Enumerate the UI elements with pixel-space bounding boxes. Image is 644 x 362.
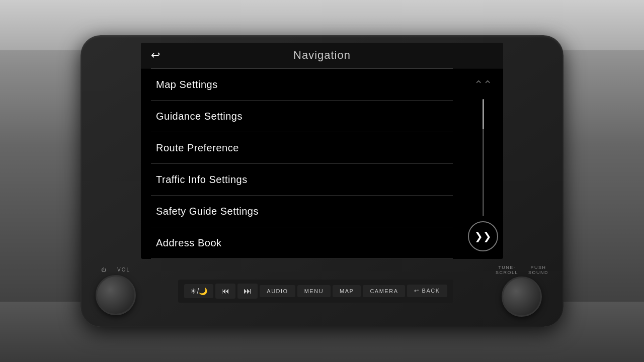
right-controls: TUNE·SCROLL PUSHSOUND <box>496 265 548 317</box>
screen-title: Navigation <box>293 49 351 62</box>
left-controls: ⏻ VOL <box>96 267 136 315</box>
prev-track-button[interactable]: ⏮ <box>215 284 235 299</box>
menu-item-guidance-settings[interactable]: Guidance Settings <box>151 101 453 132</box>
screen: ↩ Navigation Map Settings Guidance Setti… <box>141 43 503 259</box>
head-unit: ↩ Navigation Map Settings Guidance Setti… <box>80 35 564 327</box>
scroll-up-icon[interactable]: ⌃⌃ <box>471 76 495 94</box>
car-interior: ↩ Navigation Map Settings Guidance Setti… <box>0 0 644 362</box>
camera-button[interactable]: CAMERA <box>363 285 405 297</box>
scroll-down-icon: ❯❯ <box>474 231 492 241</box>
day-night-button[interactable]: ☀︎/🌙 <box>184 284 213 298</box>
tune-scroll-label: TUNE·SCROLL <box>496 265 518 275</box>
menu-item-route-preference[interactable]: Route Preference <box>151 132 453 164</box>
menu-item-safety-guide[interactable]: Safety Guide Settings <box>151 196 453 227</box>
scroll-track <box>482 99 484 216</box>
back-hw-button[interactable]: ↩ BACK <box>407 285 447 297</box>
power-vol-labels: ⏻ VOL <box>101 267 130 273</box>
bottom-controls: ⏻ VOL ☀︎/🌙 ⏮ ⏭ AUDIO MENU MAP <box>91 265 553 317</box>
map-button[interactable]: MAP <box>333 285 361 297</box>
tune-scroll-knob[interactable] <box>502 277 542 317</box>
push-sound-label: PUSHSOUND <box>528 265 548 275</box>
power-label: ⏻ <box>101 267 107 273</box>
menu-item-address-book[interactable]: Address Book <box>151 227 453 259</box>
scroll-down-button[interactable]: ❯❯ <box>468 221 498 251</box>
menu-item-traffic-info[interactable]: Traffic Info Settings <box>151 164 453 196</box>
audio-button[interactable]: AUDIO <box>260 285 295 297</box>
volume-knob[interactable] <box>96 275 136 315</box>
vol-label: VOL <box>117 267 130 273</box>
scroll-controls: ⌃⌃ ❯❯ <box>463 68 503 259</box>
right-knob-labels: TUNE·SCROLL PUSHSOUND <box>496 265 548 275</box>
back-button[interactable]: ↩ <box>151 49 160 62</box>
menu-container: Map Settings Guidance Settings Route Pre… <box>141 68 503 259</box>
menu-list: Map Settings Guidance Settings Route Pre… <box>141 68 463 259</box>
next-track-button[interactable]: ⏭ <box>237 284 258 299</box>
menu-item-map-settings[interactable]: Map Settings <box>151 68 453 101</box>
scroll-thumb <box>482 99 484 129</box>
screen-header: ↩ Navigation <box>141 43 503 68</box>
menu-button[interactable]: MENU <box>297 285 331 297</box>
button-bar: ☀︎/🌙 ⏮ ⏭ AUDIO MENU MAP CAMERA ↩ BACK <box>178 280 453 303</box>
